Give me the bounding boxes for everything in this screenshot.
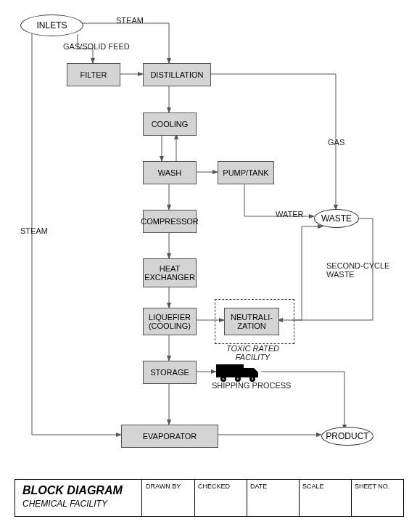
pumptank-label: PUMP/TANK xyxy=(223,168,268,177)
svg-rect-0 xyxy=(216,364,244,377)
tb-sheet: SHEET NO. xyxy=(355,483,389,490)
product-label: PRODUCT xyxy=(326,431,368,441)
wash-label: WASH xyxy=(158,168,182,177)
tb-col-date: DATE xyxy=(247,480,300,516)
shipping-label: SHIPPING PROCESS xyxy=(212,381,291,390)
steam-left-label: STEAM xyxy=(20,226,48,235)
feed-label: GAS/SOLID FEED xyxy=(63,42,130,51)
svg-point-7 xyxy=(237,378,239,380)
tb-scale: SCALE xyxy=(302,483,324,490)
product-node: PRODUCT xyxy=(321,427,373,446)
gas-label: GAS xyxy=(328,138,344,147)
inlets-node: INLETS xyxy=(20,15,83,36)
cooling-node: COOLING xyxy=(143,112,197,136)
storage-node: STORAGE xyxy=(143,361,197,384)
pumptank-node: PUMP/TANK xyxy=(218,161,274,184)
title-block: BLOCK DIAGRAM CHEMICAL FACILITY DRAWN BY… xyxy=(15,479,404,517)
title-block-left: BLOCK DIAGRAM CHEMICAL FACILITY xyxy=(15,480,142,516)
cooling-label: COOLING xyxy=(152,120,189,128)
storage-label: STORAGE xyxy=(150,368,189,377)
steam-top-label: STEAM xyxy=(116,16,144,25)
compressor-node: COMPRESSOR xyxy=(143,210,197,233)
toxic-label: TOXIC RATED FACILITY xyxy=(226,344,279,361)
diagram-canvas: INLETS WASTE PRODUCT FILTER DISTILLATION… xyxy=(0,0,417,532)
evaporator-label: EVAPORATOR xyxy=(143,432,197,441)
toxic-facility-box xyxy=(215,299,294,344)
tb-col-scale: SCALE xyxy=(300,480,352,516)
evaporator-node: EVAPORATOR xyxy=(121,425,218,448)
title: BLOCK DIAGRAM xyxy=(22,484,134,497)
svg-point-6 xyxy=(223,378,225,380)
water-label: WATER xyxy=(276,210,304,218)
distillation-node: DISTILLATION xyxy=(143,63,211,86)
tb-col-drawnby: DRAWN BY xyxy=(143,480,195,516)
tb-col-sheet: SHEET NO. xyxy=(352,480,403,516)
heat-label: HEAT EXCHANGER xyxy=(144,264,195,282)
tb-checked: CHECKED xyxy=(198,483,230,490)
subtitle: CHEMICAL FACILITY xyxy=(22,499,134,509)
liquefier-label: LIQUEFIER (COOLING) xyxy=(149,313,191,330)
heat-node: HEAT EXCHANGER xyxy=(143,258,197,287)
tb-date: DATE xyxy=(250,483,267,490)
inlets-label: INLETS xyxy=(36,20,67,30)
tb-drawnby: DRAWN BY xyxy=(146,483,181,490)
waste-label: WASTE xyxy=(321,213,352,224)
distillation-label: DISTILLATION xyxy=(150,70,203,79)
filter-label: FILTER xyxy=(80,70,107,79)
waste-node: WASTE xyxy=(314,209,359,228)
svg-point-8 xyxy=(252,378,254,380)
wash-node: WASH xyxy=(143,161,197,184)
secondcycle-label: SECOND-CYCLE WASTE xyxy=(326,261,389,279)
svg-marker-2 xyxy=(254,368,258,377)
tb-col-checked: CHECKED xyxy=(195,480,247,516)
filter-node: FILTER xyxy=(67,63,120,86)
compressor-label: COMPRESSOR xyxy=(141,217,198,226)
liquefier-node: LIQUEFIER (COOLING) xyxy=(143,308,197,335)
